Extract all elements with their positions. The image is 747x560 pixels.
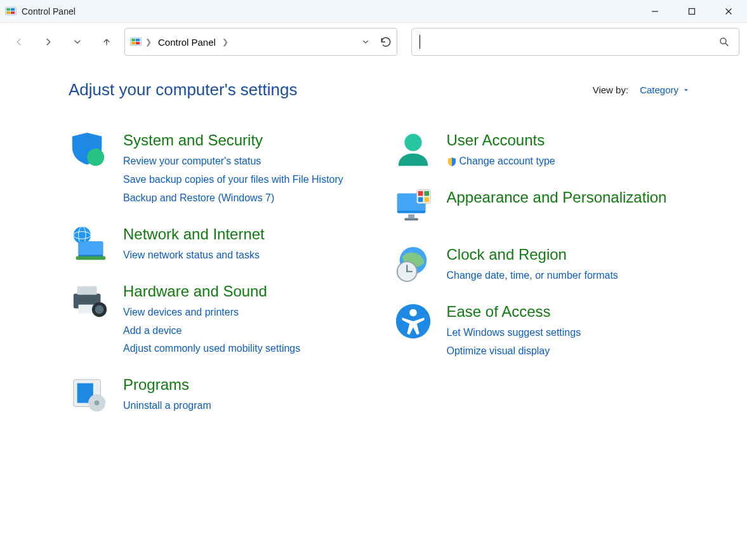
- category-programs: Programs Uninstall a program: [69, 375, 367, 414]
- svg-point-16: [87, 149, 104, 166]
- category-network-internet: Network and Internet View network status…: [69, 224, 367, 263]
- category-hardware-sound: Hardware and Sound View devices and prin…: [69, 281, 367, 357]
- svg-rect-1: [6, 8, 10, 10]
- accessibility-icon: [392, 302, 434, 341]
- chevron-right-icon[interactable]: ❯: [222, 37, 228, 46]
- titlebar: Control Panel: [0, 0, 747, 23]
- category-title-link[interactable]: Programs: [123, 375, 211, 394]
- task-link[interactable]: Let Windows suggest settings: [447, 325, 581, 341]
- svg-point-17: [74, 226, 91, 243]
- svg-rect-12: [131, 42, 135, 44]
- svg-rect-22: [76, 256, 106, 260]
- svg-rect-35: [408, 215, 414, 218]
- svg-rect-39: [424, 191, 429, 196]
- task-link[interactable]: Save backup copies of your files with Fi…: [123, 172, 343, 188]
- uac-shield-icon: [447, 157, 457, 167]
- category-title-link[interactable]: Network and Internet: [123, 224, 265, 244]
- svg-rect-11: [136, 39, 140, 41]
- search-input[interactable]: [420, 36, 731, 48]
- svg-point-31: [95, 401, 100, 406]
- task-link[interactable]: View devices and printers: [123, 305, 300, 321]
- shield-icon: [69, 130, 110, 170]
- nav-row: ❯ Control Panel ❯: [0, 23, 747, 61]
- forward-button[interactable]: [37, 30, 60, 53]
- category-title-link[interactable]: Hardware and Sound: [123, 281, 300, 301]
- category-clock-region: Clock and Region Change date, time, or n…: [392, 244, 691, 284]
- category-title-link[interactable]: System and Security: [123, 130, 343, 150]
- category-title-link[interactable]: Appearance and Personalization: [447, 187, 667, 207]
- svg-rect-41: [424, 197, 429, 203]
- content-area: Adjust your computer's settings View by:…: [0, 61, 747, 414]
- printer-icon: [69, 281, 110, 321]
- task-link[interactable]: Change date, time, or number formats: [447, 268, 618, 284]
- address-dropdown-button[interactable]: [361, 37, 370, 46]
- categories-left-column: System and Security Review your computer…: [69, 130, 367, 414]
- refresh-button[interactable]: [380, 36, 392, 48]
- monitor-icon: [392, 187, 434, 227]
- svg-rect-24: [77, 286, 97, 295]
- chevron-right-icon[interactable]: ❯: [145, 37, 152, 46]
- category-user-accounts: User Accounts Change account type: [392, 130, 691, 170]
- svg-rect-21: [79, 241, 103, 255]
- svg-line-15: [725, 43, 728, 46]
- view-by-control: View by: Category: [593, 84, 690, 95]
- category-ease-of-access: Ease of Access Let Windows suggest setti…: [392, 302, 691, 359]
- svg-rect-36: [404, 218, 418, 220]
- task-link-label: Change account type: [459, 154, 555, 170]
- svg-point-47: [409, 309, 417, 317]
- window-title: Control Panel: [22, 6, 76, 17]
- task-link[interactable]: Optimize visual display: [447, 343, 581, 359]
- breadcrumb-control-panel[interactable]: Control Panel: [155, 37, 218, 48]
- task-link[interactable]: Uninstall a program: [123, 398, 211, 414]
- clock-globe-icon: [392, 244, 434, 284]
- categories-right-column: User Accounts Change account type: [392, 130, 691, 414]
- svg-rect-6: [689, 8, 695, 14]
- category-system-security: System and Security Review your computer…: [69, 130, 367, 206]
- task-link[interactable]: Add a device: [123, 323, 300, 339]
- svg-rect-40: [418, 197, 423, 203]
- back-button[interactable]: [8, 30, 30, 53]
- up-button[interactable]: [95, 30, 118, 53]
- control-panel-app-icon: [5, 6, 17, 17]
- svg-point-32: [404, 134, 421, 151]
- svg-point-14: [720, 38, 726, 44]
- task-link[interactable]: Adjust commonly used mobility settings: [123, 341, 300, 357]
- view-by-label: View by:: [593, 84, 628, 95]
- address-bar[interactable]: ❯ Control Panel ❯: [124, 28, 397, 56]
- close-button[interactable]: [710, 0, 747, 23]
- category-title-link[interactable]: Ease of Access: [447, 302, 581, 321]
- search-box[interactable]: [411, 28, 739, 56]
- view-by-value: Category: [640, 84, 678, 95]
- category-appearance-personalization: Appearance and Personalization: [392, 187, 691, 227]
- control-panel-icon: [130, 36, 142, 48]
- search-icon[interactable]: [718, 36, 730, 48]
- page-heading: Adjust your computer's settings: [69, 80, 297, 100]
- task-link[interactable]: View network status and tasks: [123, 248, 265, 263]
- task-link[interactable]: Backup and Restore (Windows 7): [123, 190, 343, 206]
- svg-rect-3: [6, 11, 10, 14]
- maximize-button[interactable]: [673, 0, 710, 23]
- programs-icon: [69, 375, 110, 414]
- task-link[interactable]: Review your computer's status: [123, 154, 343, 170]
- svg-point-27: [95, 305, 104, 314]
- user-icon: [392, 130, 434, 170]
- network-icon: [69, 224, 110, 263]
- minimize-button[interactable]: [637, 0, 673, 23]
- svg-rect-2: [11, 8, 15, 10]
- view-by-dropdown[interactable]: Category: [640, 84, 690, 95]
- category-title-link[interactable]: Clock and Region: [447, 244, 618, 264]
- recent-locations-button[interactable]: [66, 30, 89, 53]
- category-title-link[interactable]: User Accounts: [447, 130, 555, 150]
- svg-rect-4: [11, 11, 15, 14]
- svg-rect-10: [131, 39, 135, 41]
- task-link[interactable]: Change account type: [447, 154, 555, 170]
- svg-rect-38: [418, 191, 423, 196]
- svg-rect-13: [136, 42, 140, 44]
